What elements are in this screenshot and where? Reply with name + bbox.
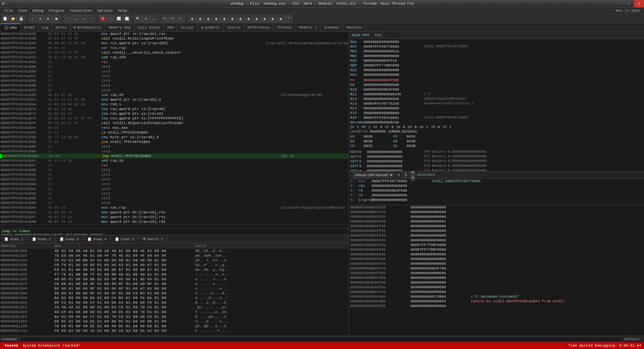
dump-row[interactable]: 0000496E110070 E6 01 00 40 DC 01 00 40 D… bbox=[0, 324, 348, 329]
reg-row[interactable]: R120000000000000060LdrpInitializeProcess bbox=[350, 97, 643, 101]
tb-cpu9[interactable]: ▣ bbox=[253, 15, 260, 22]
disasm-row[interactable]: 00007FFC497A1B99CCint3 bbox=[0, 172, 348, 177]
disasm-row[interactable]: 00007FFC497A1B3BE8 D4 D7 FE FFcall <ntdl… bbox=[0, 36, 348, 41]
dump-content[interactable]: Address Hex ASCII 0000496E10004E 01 00 0… bbox=[0, 243, 348, 336]
stack-row[interactable]: 0000003680EAF5700000000000000000 bbox=[349, 261, 644, 266]
minimize-button[interactable]: ─ bbox=[614, 0, 624, 7]
tab-notes[interactable]: Notes bbox=[52, 23, 70, 32]
disasm-row[interactable]: 00007FFC497A1B6048 83 EC 38sub rsp,38Ldr… bbox=[0, 93, 348, 97]
stack-row[interactable]: 0000003680EAF5100000000000000009 bbox=[349, 205, 644, 210]
reg-row[interactable]: RIP00007FFC497A1B91ntdll.00007FFC497A1B9… bbox=[350, 115, 643, 120]
disasm-row[interactable]: 00007FFC497A1BA048 8B C4mov rax,rspLdrpG… bbox=[0, 205, 348, 210]
dump-row[interactable]: 0000496E10D000 CF 01 00 80 D0 01 00 40 D… bbox=[0, 310, 348, 314]
hide-fpu-button[interactable]: Hide FPU bbox=[352, 33, 369, 37]
disasm-row[interactable]: 00007FFC497A1BAB48 89 78 20mov qword ptr… bbox=[0, 219, 348, 224]
btab-dump4[interactable]: 📋 Dump 4 bbox=[83, 235, 111, 243]
tab-handles[interactable]: Handles bbox=[343, 23, 366, 32]
disasm-row[interactable]: 00007FFC497A1B59C3ret bbox=[0, 60, 348, 64]
stack-row[interactable]: 0000003680EAF5A00000000000000000 bbox=[349, 290, 644, 294]
stack-row[interactable]: 0000003680EAF5980000000000000000 bbox=[349, 285, 644, 290]
tb-cpu2[interactable]: ▣ bbox=[197, 15, 204, 22]
disasm-row[interactable]: 00007FFC497A1B9CCCint3 bbox=[0, 187, 348, 191]
disasm-row[interactable]: 00007FFC497A1B6448 83 24 24 20 00and qwo… bbox=[0, 97, 348, 102]
reg-row[interactable]: R1300007FFC497752D0minkernel\ntdll\ldrin… bbox=[350, 101, 643, 106]
disassembly-view[interactable]: 00007FFC497A1B3648 89 44 24 28mov qword … bbox=[0, 32, 348, 225]
stack-row[interactable]: 0000003680EAF5280000000000000001 bbox=[349, 219, 644, 224]
disasm-row[interactable]: 00007FFC497A1B8880 7C 24 40 00cmp byte p… bbox=[0, 135, 348, 140]
stack-row[interactable]: 0000003680EAF5600000000000000000 bbox=[349, 252, 644, 257]
stack-row[interactable]: 0000003680EAF5180000000000000000 bbox=[349, 210, 644, 214]
tb-fontup[interactable]: A+ bbox=[169, 15, 177, 22]
stack-row[interactable]: 0000003680EAF5300000000000000000 bbox=[349, 224, 644, 229]
tb-cpu12[interactable]: ▣ bbox=[277, 15, 284, 22]
reg-row[interactable]: R80000003680EAF508 bbox=[350, 78, 643, 83]
args-row[interactable]: 1:rcx00007FFC4977090Antdll.00007FFC49770… bbox=[349, 179, 644, 184]
args-type-select[interactable]: Default (x64 fastcall) bbox=[353, 172, 394, 178]
stack-row[interactable]: 0000003680EAF5900000000000000000 bbox=[349, 280, 644, 285]
tb-stepinto[interactable]: ↓ bbox=[64, 15, 71, 22]
stack-row[interactable]: 0000003680EAF5480000000000000000 bbox=[349, 238, 644, 243]
tb-cpu10[interactable]: ▣ bbox=[261, 15, 268, 22]
cmd-input[interactable] bbox=[19, 337, 622, 342]
reg-row[interactable]: RSP000003680EAF510 bbox=[350, 58, 643, 63]
stack-row[interactable]: 0000003680EAF5B00000000000000064return t… bbox=[349, 299, 644, 304]
tb-stepout[interactable]: ↗ bbox=[80, 15, 87, 22]
dump-row[interactable]: 0000496E1060A0 85 01 00 80 86 01 00 90 9… bbox=[0, 277, 348, 282]
tb-cpu11[interactable]: ▣ bbox=[269, 15, 276, 22]
disasm-row[interactable]: 00007FFC497A1B5DCCint3 bbox=[0, 79, 348, 83]
tb-bp[interactable]: 🔴 bbox=[99, 15, 106, 22]
disasm-row[interactable]: 00007FFC497A1BA348 89 58 10mov qword ptr… bbox=[0, 210, 348, 215]
menu-help[interactable]: Help bbox=[115, 7, 129, 14]
disasm-row[interactable]: 00007FFC497A1B8485 C0test eax,eax bbox=[0, 126, 348, 130]
stack-row[interactable]: 0000003680EAF5A80000003680F12B60L'C:\Win… bbox=[349, 294, 644, 299]
disasm-row[interactable]: 00007FFC497A1B9DCCint3 bbox=[0, 191, 348, 196]
tab-source[interactable]: Source bbox=[224, 23, 244, 32]
args-row[interactable]: 5:[rsp+8]0000000000000000 bbox=[349, 198, 644, 202]
disasm-row[interactable]: 00007FFC497A1B5ACCint3 bbox=[0, 64, 348, 69]
menu-favourites[interactable]: Favourites bbox=[67, 7, 95, 14]
tb-cpu5[interactable]: ▣ bbox=[221, 15, 228, 22]
tb-cpu13[interactable]: ? bbox=[285, 15, 292, 22]
reg-row[interactable]: RCX00007FFC4977090Antdll.00007FFC4977090… bbox=[350, 44, 643, 49]
dump-row[interactable]: 0000496E1030C0 70 01 00 50 60 01 00 60 6… bbox=[0, 263, 348, 267]
menu-plugins[interactable]: Plugins bbox=[46, 7, 67, 14]
disasm-row[interactable]: 00007FFC497A1B5FCCint3 bbox=[0, 88, 348, 93]
reg-row[interactable]: R100000003680EAF508 bbox=[350, 87, 643, 92]
reg-row[interactable]: R90000000000000000 bbox=[350, 83, 643, 87]
dump-row[interactable]: 0000496E10E0BA 01 00 00 BA C7 01 00 70 C… bbox=[0, 314, 348, 319]
tab-log[interactable]: Log bbox=[39, 23, 52, 32]
btab-watch1[interactable]: 👁 Watch 1 bbox=[139, 235, 167, 243]
tb-find[interactable]: 🔍 bbox=[134, 15, 142, 22]
tb-open[interactable]: 📂 bbox=[9, 15, 17, 22]
tb-cpu4[interactable]: ▣ bbox=[213, 15, 220, 22]
disasm-row[interactable]: 00007FFC497A1B5ECCint3 bbox=[0, 83, 348, 88]
tb-cpu6[interactable]: ▣ bbox=[229, 15, 236, 22]
menu-view[interactable]: View bbox=[15, 7, 30, 14]
spinner-up[interactable]: ▲ bbox=[411, 171, 415, 175]
disasm-row[interactable]: 00007FFC497A1B7848 8D 0D C1 FF FF FFlea … bbox=[0, 116, 348, 121]
tb-cpu3[interactable]: ▣ bbox=[205, 15, 212, 22]
tb-runtocursor[interactable]: → bbox=[88, 15, 95, 22]
tb-expr[interactable]: fx bbox=[161, 15, 169, 22]
maximize-button[interactable]: □ bbox=[624, 0, 634, 7]
disasm-row[interactable]: 00007FFC497A1B9ACCint3 bbox=[0, 177, 348, 182]
disasm-hscroll[interactable] bbox=[0, 225, 348, 228]
stack-panel[interactable]: 0000003680EAF510000000000000000900000036… bbox=[349, 205, 644, 336]
tb-pause[interactable]: ⏸ bbox=[37, 15, 44, 22]
tab-snowman[interactable]: Snowman bbox=[321, 23, 343, 32]
disasm-row[interactable]: 00007FFC497A1B97C3ret bbox=[0, 163, 348, 168]
menu-file[interactable]: File bbox=[1, 7, 15, 14]
disasm-row[interactable]: 00007FFC497A1B5CCCint3 bbox=[0, 74, 348, 79]
disasm-row[interactable]: 00007FFC497A1B708D 44 24 40lea rax,qword… bbox=[0, 107, 348, 111]
menu-debug[interactable]: Debug bbox=[30, 7, 46, 14]
tab-cpu[interactable]: ⬛ CPU bbox=[1, 23, 20, 32]
disasm-row[interactable]: 00007FFC497A1B90CCint3 bbox=[0, 149, 348, 154]
reg-row[interactable]: RBX0000000000000000 bbox=[350, 54, 643, 58]
stack-row[interactable]: 0000003680EAF5380000000000000000 bbox=[349, 229, 644, 233]
disasm-row[interactable]: 00007FFC497A1B5BCCint3 bbox=[0, 69, 348, 74]
reg-row[interactable]: R150000000000000000 bbox=[350, 111, 643, 115]
tb-trace[interactable]: 📈 bbox=[123, 15, 130, 22]
btab-dump3[interactable]: 📋 Dump 3 bbox=[55, 235, 83, 243]
disasm-row[interactable]: 00007FFC497A1B4048 8B 8C 24 E0 00mov rcx… bbox=[0, 41, 348, 46]
tb-hardware[interactable]: ⬛ bbox=[107, 15, 114, 22]
